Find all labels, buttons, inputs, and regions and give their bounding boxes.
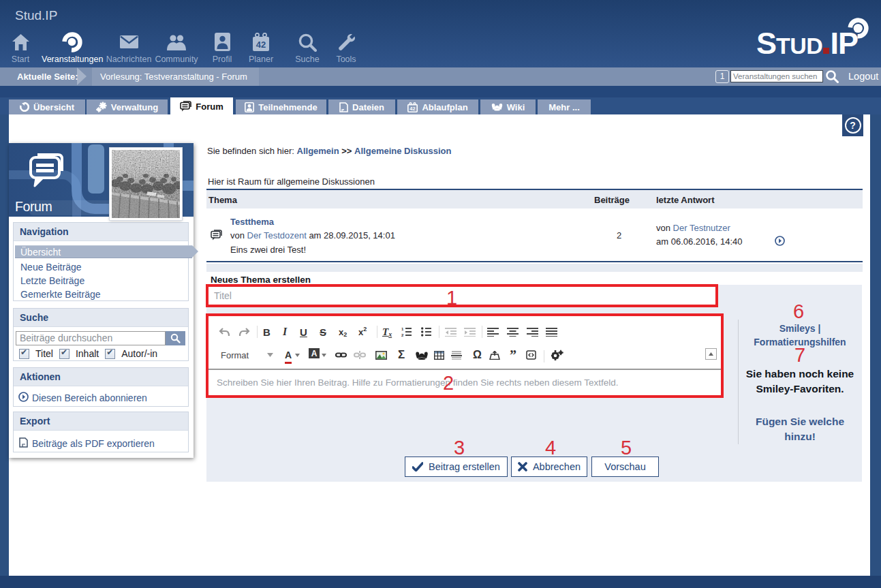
svg-text:42: 42 [256,40,266,50]
svg-text:2: 2 [401,333,404,337]
svg-text:1: 1 [401,327,404,331]
svg-text:42: 42 [410,106,416,112]
